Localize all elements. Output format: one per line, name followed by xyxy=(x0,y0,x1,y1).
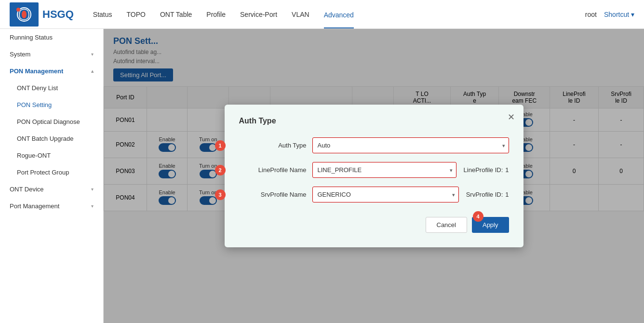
sidebar-item-pon-management[interactable]: PON Management ▴ xyxy=(0,63,103,80)
nav-profile[interactable]: Profile xyxy=(206,8,226,21)
srv-profile-label: SrvProfile Name xyxy=(239,191,307,198)
svg-point-2 xyxy=(16,8,20,12)
logo-icon xyxy=(10,2,39,27)
main-nav: Status TOPO ONT Table Profile Service-Po… xyxy=(93,8,585,21)
auth-type-row: 1 Auth Type Auto Manual Password ▾ xyxy=(239,137,509,153)
line-profile-id-value: 1 xyxy=(505,166,509,174)
layout: Running Status System ▾ PON Management ▴… xyxy=(0,29,644,323)
chevron-down-icon: ▾ xyxy=(91,203,94,209)
modal-close-button[interactable]: ✕ xyxy=(508,112,515,122)
auth-type-modal: Auth Type ✕ 1 Auth Type Auto Manual Pass… xyxy=(225,105,523,247)
sidebar-item-rogue-ont[interactable]: Rogue-ONT xyxy=(0,147,103,164)
nav-service-port[interactable]: Service-Port xyxy=(240,8,277,21)
sidebar: Running Status System ▾ PON Management ▴… xyxy=(0,29,104,323)
sidebar-item-port-protect-group[interactable]: Port Protect Group xyxy=(0,164,103,181)
step-badge-4: 4 xyxy=(473,211,483,222)
nav-vlan[interactable]: VLAN xyxy=(292,8,309,21)
logo-area: HSGQ xyxy=(10,2,74,27)
auth-type-label: Auth Type xyxy=(239,142,307,149)
srv-profile-row: 3 SrvProfile Name GENERICO ▾ SrvProfile … xyxy=(239,187,509,202)
line-profile-select[interactable]: LINE_PROFILE xyxy=(312,162,456,178)
cancel-button[interactable]: Cancel xyxy=(426,217,467,233)
user-label: root xyxy=(585,11,597,18)
header: HSGQ Status TOPO ONT Table Profile Servi… xyxy=(0,0,644,29)
sidebar-item-system[interactable]: System ▾ xyxy=(0,46,103,63)
chevron-up-icon: ▴ xyxy=(91,68,94,74)
modal-title: Auth Type xyxy=(239,117,509,125)
line-profile-row: 2 LineProfile Name LINE_PROFILE ▾ LinePr… xyxy=(239,162,509,178)
sidebar-item-running-status[interactable]: Running Status xyxy=(0,29,103,46)
sidebar-item-pon-optical-diagnose[interactable]: PON Optical Diagnose xyxy=(0,113,103,130)
srv-profile-id-value: 1 xyxy=(505,191,509,198)
sidebar-item-port-management[interactable]: Port Management ▾ xyxy=(0,198,103,215)
line-profile-select-wrap: LINE_PROFILE ▾ xyxy=(312,162,456,178)
svg-point-1 xyxy=(22,11,27,18)
srv-profile-id-label: SrvProfile ID: xyxy=(466,191,503,198)
nav-right: root Shortcut ▾ xyxy=(585,11,634,18)
nav-topo[interactable]: TOPO xyxy=(127,8,146,21)
nav-status[interactable]: Status xyxy=(93,8,112,21)
line-profile-id-label: LineProfile ID: xyxy=(464,166,503,174)
step-badge-3: 3 xyxy=(215,189,226,200)
auth-type-select[interactable]: Auto Manual Password xyxy=(312,137,509,153)
sidebar-item-ont-deny-list[interactable]: ONT Deny List xyxy=(0,80,103,96)
logo-text: HSGQ xyxy=(42,8,74,21)
step-badge-2: 2 xyxy=(215,165,226,175)
line-profile-label: LineProfile Name xyxy=(239,166,307,174)
nav-advanced[interactable]: Advanced xyxy=(324,9,354,28)
sidebar-item-pon-setting[interactable]: PON Setting xyxy=(0,96,103,113)
srv-profile-select[interactable]: GENERICO xyxy=(312,187,459,202)
modal-buttons: 4 Cancel Apply xyxy=(239,217,509,233)
main-content: PON Sett... Autofind table ag... Autofin… xyxy=(104,29,644,323)
nav-ont-table[interactable]: ONT Table xyxy=(160,8,192,21)
sidebar-item-ont-device[interactable]: ONT Device ▾ xyxy=(0,181,103,198)
step-badge-1: 1 xyxy=(215,140,226,151)
modal-overlay: Auth Type ✕ 1 Auth Type Auto Manual Pass… xyxy=(104,29,644,323)
chevron-down-icon: ▾ xyxy=(91,187,94,192)
chevron-down-icon: ▾ xyxy=(91,52,94,57)
shortcut-btn[interactable]: Shortcut ▾ xyxy=(604,11,634,18)
srv-profile-select-wrap: GENERICO ▾ xyxy=(312,187,459,202)
auth-type-select-wrap: Auto Manual Password ▾ xyxy=(312,137,509,153)
sidebar-item-ont-batch-upgrade[interactable]: ONT Batch Upgrade xyxy=(0,130,103,147)
